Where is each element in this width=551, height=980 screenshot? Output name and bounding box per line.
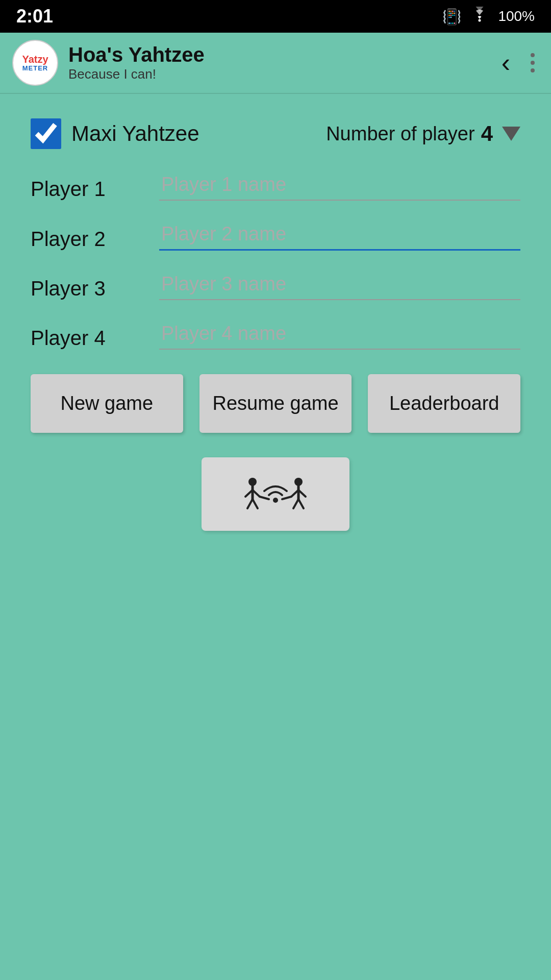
player-2-input[interactable]	[159, 219, 520, 251]
app-logo: Yatzy METER	[12, 40, 58, 86]
app-bar-actions: ‹	[497, 43, 539, 82]
player-4-label: Player 4	[31, 327, 143, 350]
wifi-connect-button[interactable]	[202, 457, 349, 531]
top-settings-row: Maxi Yahtzee Number of player 4	[31, 118, 520, 149]
svg-line-14	[260, 497, 269, 499]
battery-text: 100%	[498, 8, 535, 24]
player-2-label: Player 2	[31, 228, 143, 251]
back-button[interactable]: ‹	[497, 43, 514, 82]
player-4-input[interactable]	[159, 318, 520, 350]
wifi-connect-icon	[242, 474, 309, 514]
player-3-row: Player 3	[31, 269, 520, 300]
menu-button[interactable]	[527, 49, 539, 77]
num-player-value: 4	[481, 121, 493, 146]
svg-point-0	[479, 19, 481, 22]
svg-line-12	[298, 499, 304, 508]
menu-dot-2	[531, 61, 535, 65]
app-bar: Yatzy METER Hoa's Yahtzee Because I can!…	[0, 33, 551, 94]
player-3-label: Player 3	[31, 277, 143, 300]
resume-game-button[interactable]: Resume game	[199, 374, 352, 433]
status-bar: 2:01 📳 100%	[0, 0, 551, 33]
app-title: Hoa's Yahtzee	[68, 43, 497, 66]
status-icons: 📳 100%	[442, 7, 535, 26]
player-1-label: Player 1	[31, 178, 143, 201]
maxi-yahtzee-section: Maxi Yahtzee	[31, 118, 199, 149]
main-content: Maxi Yahtzee Number of player 4 Player 1…	[0, 94, 551, 980]
wifi-button-row	[31, 457, 520, 531]
svg-line-5	[247, 499, 253, 508]
app-title-section: Hoa's Yahtzee Because I can!	[68, 43, 497, 82]
player-count-dropdown-arrow[interactable]	[502, 127, 520, 141]
status-time: 2:01	[16, 6, 53, 27]
svg-line-6	[253, 499, 258, 508]
maxi-yahtzee-checkbox[interactable]	[31, 118, 61, 149]
number-of-player-section[interactable]: Number of player 4	[326, 121, 520, 146]
svg-line-15	[282, 497, 291, 499]
player-4-row: Player 4	[31, 318, 520, 350]
new-game-button[interactable]: New game	[31, 374, 183, 433]
action-buttons-row: New game Resume game Leaderboard	[31, 374, 520, 433]
maxi-yahtzee-checkbox-container[interactable]	[31, 118, 61, 149]
menu-dot-3	[531, 68, 535, 72]
app-subtitle: Because I can!	[68, 66, 497, 82]
svg-point-13	[273, 498, 278, 503]
player-1-input[interactable]	[159, 169, 520, 201]
num-player-label: Number of player	[326, 123, 474, 145]
maxi-yahtzee-label: Maxi Yahtzee	[71, 121, 199, 146]
player-1-row: Player 1	[31, 169, 520, 201]
menu-dot-1	[531, 53, 535, 57]
svg-line-11	[293, 499, 298, 508]
leaderboard-button[interactable]: Leaderboard	[368, 374, 520, 433]
player-3-input[interactable]	[159, 269, 520, 300]
wifi-icon	[469, 7, 490, 26]
vibrate-icon: 📳	[442, 8, 461, 26]
player-2-row: Player 2	[31, 219, 520, 251]
